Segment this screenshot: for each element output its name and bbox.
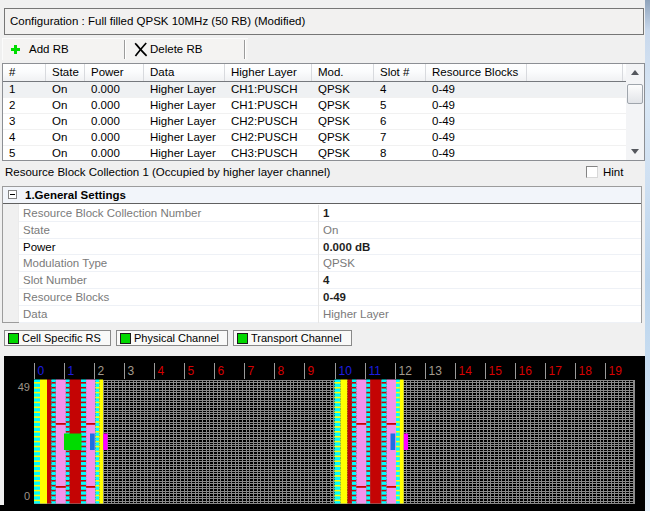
band-dash	[335, 382, 341, 384]
band-dash	[335, 475, 341, 477]
band-dash	[382, 475, 387, 477]
band-dash	[366, 465, 370, 467]
band-pink-red-dash	[56, 486, 66, 488]
legend-bar: Cell Specific RSPhysical ChannelTranspor…	[0, 330, 645, 347]
property-row-data[interactable]: DataHigher Layer	[19, 306, 641, 323]
band-dash	[352, 446, 356, 448]
column-header-Data[interactable]: Data	[144, 64, 225, 81]
legend-label: Cell Specific RS	[22, 331, 101, 345]
slot-label-3: 3	[128, 364, 135, 378]
band-dash	[66, 426, 70, 428]
band-dash	[366, 392, 370, 394]
legend-item-physical-channel[interactable]: Physical Channel	[116, 330, 228, 346]
delete-rb-button[interactable]: Delete RB	[127, 39, 244, 60]
property-row-state[interactable]: StateOn	[19, 222, 641, 239]
property-row-power[interactable]: Power0.000 dB	[19, 239, 641, 256]
property-row-resource-blocks[interactable]: Resource Blocks0-49	[19, 289, 641, 306]
collapse-icon[interactable]	[8, 190, 17, 199]
add-rb-button[interactable]: Add RB	[3, 39, 124, 60]
delete-rb-label: Delete RB	[150, 39, 202, 60]
band-1-block-blue	[391, 434, 396, 451]
band-pink-red-dash	[86, 486, 95, 488]
property-row-resource-block-collection-number[interactable]: Resource Block Collection Number1	[19, 205, 641, 222]
band-dash	[335, 426, 341, 428]
band-dash	[66, 392, 70, 394]
slot-label-16: 16	[519, 364, 533, 378]
cell: On	[46, 130, 85, 146]
legend-swatch	[8, 333, 19, 344]
scrollbar-thumb[interactable]	[627, 84, 643, 104]
cell: 4	[374, 82, 426, 98]
column-header-State[interactable]: State	[46, 64, 85, 81]
band-dash	[396, 446, 400, 448]
legend-item-transport-channel[interactable]: Transport Channel	[233, 330, 352, 346]
band-dash	[382, 470, 387, 472]
cell: Higher Layer	[144, 82, 225, 98]
table-row-5[interactable]: 5On0.000Higher LayerCH3:PUSCHQPSK80-49	[3, 146, 626, 162]
band-dash	[81, 480, 86, 482]
band-dash	[335, 407, 341, 409]
band-dash	[352, 490, 356, 492]
band-dash	[352, 441, 356, 443]
band-dash	[396, 470, 400, 472]
table-row-2[interactable]: 2On0.000Higher LayerCH1:PUSCHQPSK50-49	[3, 98, 626, 114]
band-1-stripe-red	[370, 380, 381, 504]
band-dash	[34, 475, 40, 477]
band-dash	[34, 456, 40, 458]
band-dash	[66, 407, 70, 409]
band-dash	[352, 470, 356, 472]
property-row-modulation-type[interactable]: Modulation TypeQPSK	[19, 255, 641, 272]
band-dash	[81, 431, 86, 433]
band-dash	[352, 392, 356, 394]
table-row-4[interactable]: 4On0.000Higher LayerCH2:PUSCHQPSK70-49	[3, 130, 626, 146]
legend-item-cell-specific-rs[interactable]: Cell Specific RS	[4, 330, 111, 346]
band-pink-red-dash	[86, 423, 95, 425]
band-dash	[396, 416, 400, 418]
toolbar-separator	[124, 40, 126, 59]
band-dash	[34, 470, 40, 472]
band-dash	[366, 397, 370, 399]
table-vertical-scrollbar[interactable]	[626, 64, 644, 160]
band-dash	[366, 411, 370, 413]
column-header-Resource Blocks[interactable]: Resource Blocks	[426, 64, 527, 81]
column-header-Mod.[interactable]: Mod.	[312, 64, 374, 81]
band-dash	[34, 465, 40, 467]
band-dash	[335, 416, 341, 418]
band-dash	[51, 402, 55, 404]
band-dash	[382, 456, 387, 458]
band-dash	[51, 451, 55, 453]
column-header-#[interactable]: #	[3, 64, 46, 81]
band-dash	[335, 387, 341, 389]
column-header-Power[interactable]: Power	[85, 64, 144, 81]
band-dash	[352, 387, 356, 389]
band-dash	[352, 460, 356, 462]
band-dash	[382, 490, 387, 492]
hint-checkbox[interactable]	[586, 166, 598, 178]
cell: 0-49	[426, 114, 527, 130]
column-header-Higher Layer[interactable]: Higher Layer	[225, 64, 312, 81]
property-row-slot-number[interactable]: Slot Number4	[19, 272, 641, 289]
slot-label-18: 18	[579, 364, 593, 378]
hint-label: Hint	[603, 165, 623, 179]
legend-swatch	[120, 333, 131, 344]
band-0-block-blue	[90, 434, 95, 451]
table-row-3[interactable]: 3On0.000Higher LayerCH2:PUSCHQPSK60-49	[3, 114, 626, 130]
cell: QPSK	[312, 98, 374, 114]
table-row-1[interactable]: 1On0.000Higher LayerCH1:PUSCHQPSK40-49	[3, 82, 626, 98]
scroll-up-button[interactable]	[626, 64, 644, 81]
scroll-down-button[interactable]	[626, 143, 644, 160]
column-header-filler[interactable]	[527, 64, 623, 81]
band-dash	[396, 407, 400, 409]
band-dash	[396, 402, 400, 404]
band-dash	[335, 397, 341, 399]
band-dash	[352, 495, 356, 497]
column-header-Slot #[interactable]: Slot #	[374, 64, 426, 81]
property-value: 0-49	[323, 289, 346, 305]
band-dash	[81, 416, 86, 418]
band-dash	[96, 416, 100, 418]
band-pink-red-dash	[356, 486, 366, 488]
band-dash	[382, 446, 387, 448]
band-dash	[96, 500, 100, 502]
band-dash	[366, 431, 370, 433]
band-dash	[51, 475, 55, 477]
